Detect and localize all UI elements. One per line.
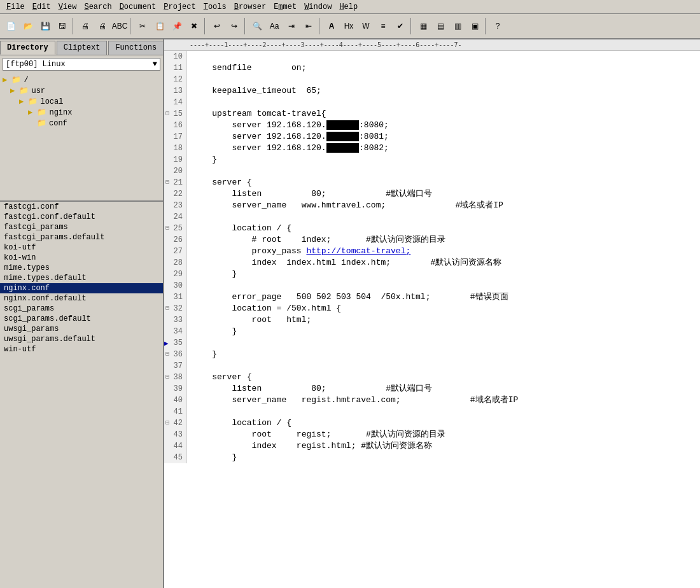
tree-item-conf[interactable]: 📁 conf (1, 118, 162, 129)
line-num-36: ⊟ 36 (164, 349, 187, 360)
file-item-fastcgi-params[interactable]: fastcgi_params (0, 222, 163, 232)
menu-help[interactable]: Help (335, 1, 361, 13)
copy-button[interactable]: 📋 (151, 18, 168, 34)
view3-button[interactable]: ▥ (449, 18, 466, 34)
folder-icon: ▶ 📁 (28, 108, 46, 117)
help-button[interactable]: ? (489, 18, 506, 34)
menubar: File Edit View Search Document Project T… (0, 0, 700, 14)
line-content-45: } (187, 452, 237, 463)
file-item-uwsgi-params[interactable]: uwsgi_params (0, 324, 163, 334)
redo-button[interactable]: ↪ (226, 18, 242, 34)
new-button[interactable]: 📄 (3, 18, 19, 34)
line-content-31: error_page 500 502 503 504 /50x.html; #错… (187, 291, 508, 303)
menu-emmet[interactable]: Emmet (270, 1, 300, 13)
paste-button[interactable]: 📌 (169, 18, 185, 34)
line-content-13: keepalive_timeout 65; (187, 85, 321, 97)
code-line-20: 20 (164, 165, 700, 177)
tree-item-root[interactable]: ▶ 📁 / (1, 74, 162, 85)
menu-project[interactable]: Project (160, 1, 199, 13)
print-button[interactable]: 🖨 (77, 18, 94, 34)
save-button[interactable]: 💾 (37, 18, 53, 34)
menu-browser[interactable]: Browser (230, 1, 270, 13)
line-num-22: 22 (164, 188, 187, 200)
find-button[interactable]: 🔍 (249, 18, 265, 34)
line-num-33: 33 (164, 314, 187, 326)
file-item-scgi-params[interactable]: scgi_params (0, 304, 163, 314)
file-item-fastcgi-conf-default[interactable]: fastcgi.conf.default (0, 212, 163, 222)
line-num-32: ⊟ 32 (164, 303, 187, 314)
view1-button[interactable]: ▦ (415, 18, 431, 34)
code-line-45: 45 } (164, 452, 700, 463)
file-item-mime-types[interactable]: mime.types (0, 263, 163, 273)
file-item-mime-types-default[interactable]: mime.types.default (0, 273, 163, 283)
print2-button[interactable]: 🖨 (94, 18, 111, 34)
code-area[interactable]: 10 11 sendfile on; 12 13 keepalive_timeo… (164, 51, 700, 588)
line-content-16: server 192.168.120.███:8080; (187, 120, 389, 131)
file-tree: ▶ 📁 / ▶ 📁 usr ▶ 📁 local ▶ 📁 nginx 📁 conf (0, 73, 163, 200)
tree-item-local[interactable]: ▶ 📁 local (1, 96, 162, 107)
menu-edit[interactable]: Edit (29, 1, 55, 13)
file-item-win-utf[interactable]: win-utf (0, 344, 163, 354)
line-content-22: listen 80; #默认端口号 (187, 188, 432, 200)
tab-directory[interactable]: Directory (0, 41, 55, 55)
menu-view[interactable]: View (55, 1, 81, 13)
sep4 (244, 18, 247, 34)
line-content-40: server_name regist.hmtravel.com; #域名或者IP (187, 395, 518, 406)
code-line-18: 18 server 192.168.120.███:8082; (164, 143, 700, 154)
file-item-nginx-conf[interactable]: nginx.conf (0, 283, 163, 293)
file-item-scgi-params-default[interactable]: scgi_params.default (0, 314, 163, 324)
format-button[interactable]: W (358, 18, 374, 34)
cut-button[interactable]: ✂ (134, 18, 151, 34)
line-num-39: 39 (164, 383, 187, 395)
file-item-fastcgi-conf[interactable]: fastcgi.conf (0, 202, 163, 212)
folder-icon: ▶ 📁 (19, 97, 38, 106)
list-button[interactable]: ≡ (375, 18, 391, 34)
code-line-23: 23 server_name www.hmtravel.com; #域名或者IP (164, 200, 700, 211)
heading-button[interactable]: Hx (340, 18, 357, 34)
main-container: Directory Cliptext Functions [ftp00] Lin… (0, 39, 700, 588)
indent-button[interactable]: ⇥ (283, 18, 300, 34)
file-item-uwsgi-params-default[interactable]: uwsgi_params.default (0, 334, 163, 344)
replace-button[interactable]: Aa (266, 18, 283, 34)
menu-document[interactable]: Document (116, 1, 160, 13)
dropdown-label: [ftp00] Linux (6, 60, 66, 69)
file-item-koi-utf[interactable]: koi-utf (0, 242, 163, 253)
proxy-link[interactable]: http://tomcat-travel; (306, 246, 410, 256)
check-button[interactable]: ✔ (392, 18, 409, 34)
abc-button[interactable]: ABC (111, 18, 128, 34)
delete-button[interactable]: ✖ (186, 18, 202, 34)
unindent-button[interactable]: ⇤ (300, 18, 317, 34)
save-all-button[interactable]: 🖫 (54, 18, 71, 34)
toolbar: 📄 📂 💾 🖫 🖨 🖨 ABC ✂ 📋 📌 ✖ ↩ ↪ 🔍 Aa ⇥ ⇤ A H… (0, 14, 700, 39)
menu-search[interactable]: Search (80, 1, 115, 13)
file-item-nginx-conf-default[interactable]: nginx.conf.default (0, 293, 163, 304)
tree-item-label: conf (49, 119, 67, 128)
file-item-fastcgi-params-default[interactable]: fastcgi_params.default (0, 232, 163, 242)
view2-button[interactable]: ▤ (432, 18, 449, 34)
editor-panel[interactable]: ----+----1----+----2----+----3----+----4… (164, 39, 700, 588)
tab-functions[interactable]: Functions (108, 41, 164, 55)
line-num-34: 34 (164, 326, 187, 337)
code-line-10: 10 (164, 51, 700, 62)
menu-window[interactable]: Window (300, 1, 335, 13)
line-num-29: 29 (164, 269, 187, 280)
tab-cliptext[interactable]: Cliptext (57, 41, 108, 55)
file-item-koi-win[interactable]: koi-win (0, 253, 163, 263)
line-num-14: 14 (164, 97, 187, 108)
menu-tools[interactable]: Tools (200, 1, 230, 13)
line-content-11: sendfile on; (187, 62, 306, 74)
code-line-22: 22 listen 80; #默认端口号 (164, 188, 700, 200)
undo-button[interactable]: ↩ (209, 18, 225, 34)
line-content-27: proxy_pass http://tomcat-travel; (187, 246, 410, 257)
menu-file[interactable]: File (3, 1, 29, 13)
code-line-11: 11 sendfile on; (164, 62, 700, 74)
view4-button[interactable]: ▣ (466, 18, 483, 34)
code-line-41: 41 (164, 406, 700, 417)
bold-button[interactable]: A (323, 18, 340, 34)
tree-item-nginx[interactable]: ▶ 📁 nginx (1, 107, 162, 118)
line-content-38: server { (187, 372, 252, 383)
open-button[interactable]: 📂 (20, 18, 36, 34)
tree-item-usr[interactable]: ▶ 📁 usr (1, 85, 162, 96)
line-content-42: location / { (187, 417, 291, 429)
directory-dropdown[interactable]: [ftp00] Linux ▼ (3, 58, 160, 71)
